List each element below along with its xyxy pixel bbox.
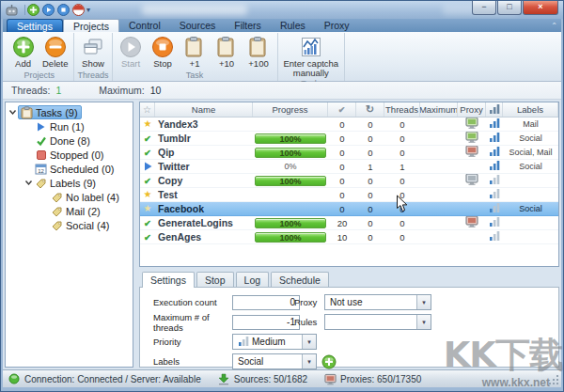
show-button[interactable]: Show <box>77 35 108 70</box>
field-dropdown[interactable]: Not use▾ <box>324 294 431 310</box>
add-icon <box>12 36 35 58</box>
+10-button[interactable]: +10 <box>212 35 243 70</box>
column-header-proxy[interactable]: Proxy <box>458 102 486 117</box>
field-dropdown[interactable]: Social▾ <box>232 353 317 369</box>
task-row[interactable]: ★Test000 <box>140 188 558 202</box>
cell-priority <box>486 118 503 132</box>
column-header-threads[interactable]: Threads <box>384 102 420 117</box>
column-header-progress[interactable]: Progress <box>253 102 328 117</box>
detail-tab-schedule[interactable]: Schedule <box>271 272 329 288</box>
star-pale-icon: ★ <box>144 204 152 213</box>
minimize-button[interactable]: − <box>472 1 496 15</box>
qat-run-icon[interactable] <box>42 4 55 16</box>
qat-flag-icon[interactable] <box>72 4 85 16</box>
tree-expand-icon[interactable] <box>24 179 34 187</box>
tab-proxy[interactable]: Proxy <box>315 19 359 32</box>
progress-value: 100% <box>256 134 325 145</box>
task-row[interactable]: ✔GenAges100%1000 <box>140 230 558 244</box>
task-row[interactable]: ★Facebook000Social <box>140 202 558 216</box>
column-header-name[interactable]: Name <box>155 102 253 117</box>
column-header-maximum[interactable]: Maximum <box>420 102 458 117</box>
ribbon-collapse-icon[interactable]: ⌃ <box>551 22 557 30</box>
cell-done: 0 <box>328 160 356 174</box>
column-header-labels[interactable]: Labels <box>503 102 558 117</box>
tree-expand-icon[interactable] <box>8 108 18 117</box>
tree-item-done[interactable]: Done (8) <box>6 133 133 148</box>
cell-name: Twitter <box>155 160 253 174</box>
task-row[interactable]: ✔GenerateLogins100%2000 <box>140 216 558 230</box>
cell-retry: 0 <box>356 174 384 188</box>
enter-captcha-button[interactable]: Enter captcha manually <box>281 35 342 79</box>
field-dropdown[interactable]: Medium▾ <box>232 334 317 350</box>
stop-button[interactable]: Stop <box>148 35 179 70</box>
tab-filters[interactable]: Filters <box>225 19 271 32</box>
field-label: Maximum # of threads <box>153 312 232 333</box>
stopped-icon <box>34 149 48 161</box>
detail-tab-log[interactable]: Log <box>236 272 270 288</box>
detail-tab-stop[interactable]: Stop <box>196 272 234 288</box>
dropdown-arrow-button[interactable]: ▾ <box>416 295 431 309</box>
window-body: SettingsProjectsControlSourcesFiltersRul… <box>3 19 561 387</box>
column-header-state[interactable]: ☆ <box>140 102 155 117</box>
tree-item-stopped[interactable]: Stopped (0) <box>6 148 133 162</box>
task-row[interactable]: ✔Qip100%000Social, Mail <box>140 146 558 160</box>
dropdown-arrow-button[interactable]: ▾ <box>302 335 316 349</box>
task-row[interactable]: ✔Copy100%000 <box>140 174 558 188</box>
task-row[interactable]: Twitter0%011Social <box>140 160 558 174</box>
add-label-button[interactable] <box>321 354 337 369</box>
proxy-icon <box>465 216 478 230</box>
cell-retry: 0 <box>356 188 384 202</box>
tree-item-social[interactable]: Social (4) <box>6 218 133 232</box>
tab-control[interactable]: Control <box>119 19 170 32</box>
delete-button[interactable]: Delete <box>39 35 70 70</box>
qat-add-icon[interactable] <box>27 4 39 16</box>
+1-button[interactable]: +1 <box>180 35 211 70</box>
progress-value: 100% <box>256 177 325 187</box>
maximize-button[interactable]: □ <box>497 1 522 15</box>
quick-access-toolbar <box>27 4 85 16</box>
column-header-retry[interactable]: ↻ <box>356 102 384 117</box>
field-dropdown[interactable]: ▾ <box>324 314 431 330</box>
qat-stop-icon[interactable] <box>57 4 70 16</box>
field-input[interactable] <box>232 295 300 310</box>
cell-done: 0 <box>328 188 356 202</box>
play-icon <box>143 161 153 172</box>
tree-item-label: No label (4) <box>66 192 119 203</box>
tree-item-tasks[interactable]: Tasks (9) <box>6 105 133 119</box>
column-header-priority[interactable] <box>486 102 503 117</box>
tab-rules[interactable]: Rules <box>271 19 315 32</box>
cell-threads: 0 <box>384 202 420 216</box>
field-label: Proxy <box>294 297 324 307</box>
+100-button[interactable]: +100 <box>243 35 274 70</box>
task-row[interactable]: ★Yandex3000Mail <box>140 118 558 132</box>
star-icon: ★ <box>144 119 152 129</box>
dropdown-arrow-button[interactable]: ▾ <box>416 315 431 329</box>
priority-icon <box>489 118 500 132</box>
qat-dropdown-icon[interactable]: ▾ <box>86 6 90 14</box>
cell-state: ★ <box>140 188 155 202</box>
add-button[interactable]: Add <box>8 35 39 70</box>
task-row[interactable]: ✔Tumblr100%000Social <box>140 132 558 146</box>
detail-tab-settings[interactable]: Settings <box>142 272 195 288</box>
tab-settings[interactable]: Settings <box>7 19 63 32</box>
tree-item-mail[interactable]: Mail (2) <box>6 204 133 218</box>
dropdown-text: Social <box>238 356 263 367</box>
column-header-done[interactable]: ✔ <box>328 102 356 117</box>
resize-grip[interactable] <box>548 374 559 385</box>
cell-priority <box>486 188 503 202</box>
cell-maximum <box>420 230 458 244</box>
cell-value: 0 <box>339 204 344 214</box>
tree-item-labels[interactable]: Labels (9) <box>6 176 133 190</box>
check-icon: ✔ <box>144 232 151 243</box>
cell-done: 0 <box>328 174 356 188</box>
tab-projects[interactable]: Projects <box>63 19 119 32</box>
tree-item-run[interactable]: Run (1) <box>6 119 133 133</box>
tree-item-scheduled[interactable]: 12Scheduled (0) <box>6 162 133 176</box>
tab-sources[interactable]: Sources <box>170 19 226 32</box>
field-input[interactable] <box>232 315 300 330</box>
status-text: Sources: 50/1682 <box>234 374 307 384</box>
maximum-label: Maximum: <box>99 85 144 96</box>
dropdown-arrow-button[interactable]: ▾ <box>302 354 316 368</box>
tree-item-no[interactable]: No label (4) <box>6 190 133 204</box>
close-button[interactable]: × <box>523 1 558 15</box>
